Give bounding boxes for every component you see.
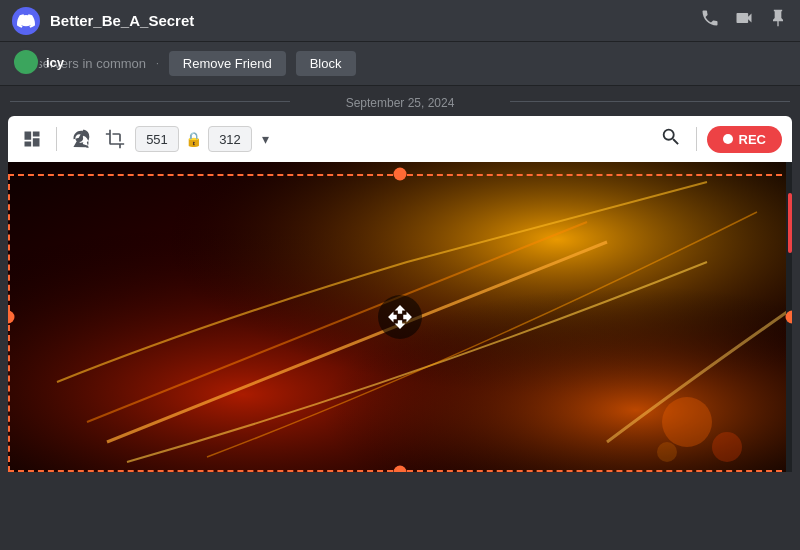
block-button[interactable]: Block [296,51,356,76]
remove-friend-button[interactable]: Remove Friend [169,51,286,76]
toolbar-divider-2 [696,127,697,151]
lock-icon: 🔒 [185,131,202,147]
rec-label: REC [739,132,766,147]
svg-point-6 [657,442,677,462]
screen-share-area [8,162,792,472]
video-icon-btn[interactable] [734,8,754,33]
screen-share-toolbar: 🔒 ▾ REC [8,116,792,162]
handle-top[interactable] [394,168,407,181]
rec-button[interactable]: REC [707,126,782,153]
svg-point-5 [712,432,742,462]
search-button[interactable] [656,122,686,157]
title-username: Better_Be_A_Secret [50,12,690,29]
date-separator: September 25, 2024 [0,86,800,116]
move-cursor[interactable] [378,295,422,339]
dot-separator: · [156,58,159,69]
scroll-thumb [788,193,792,253]
user-name: icy [46,55,64,70]
title-icons [700,8,788,33]
rec-dot [723,134,733,144]
date-text: September 25, 2024 [346,96,455,110]
toolbar-layout-icon[interactable] [18,125,46,153]
discord-logo [12,7,40,35]
preview-canvas [8,162,792,472]
call-icon-btn[interactable] [700,8,720,33]
handle-right[interactable] [786,311,793,324]
svg-point-4 [662,397,712,447]
handle-bottom[interactable] [394,466,407,473]
toolbar-crop-icon[interactable] [101,125,129,153]
friend-bar: No servers in common · Remove Friend Blo… [0,42,800,86]
toolbar-capture-icon[interactable] [67,125,95,153]
user-avatar [12,48,40,76]
chevron-down-button[interactable]: ▾ [258,129,273,149]
pin-icon-btn[interactable] [768,8,788,33]
user-indicator: icy [12,48,64,76]
toolbar-divider-1 [56,127,57,151]
title-bar: Better_Be_A_Secret [0,0,800,42]
width-input[interactable] [135,126,179,152]
height-input[interactable] [208,126,252,152]
